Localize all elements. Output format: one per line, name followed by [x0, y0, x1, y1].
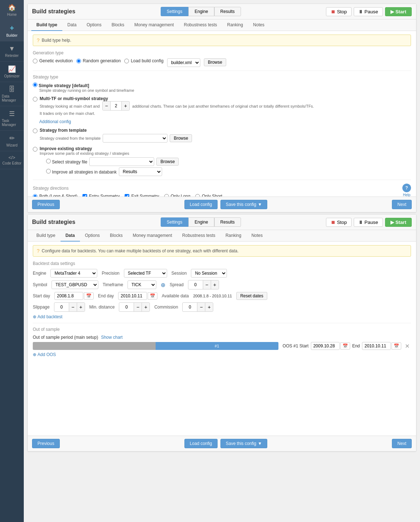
spread-input[interactable]: [188, 281, 203, 288]
add-timeframe-icon[interactable]: ⊕: [161, 282, 165, 288]
header-tab-settings-1[interactable]: Settings: [161, 7, 188, 16]
both-radio[interactable]: [33, 194, 37, 197]
tab-money-mgmt-1[interactable]: Money management: [129, 19, 179, 31]
multi-count-minus[interactable]: −: [103, 102, 111, 110]
spread-plus[interactable]: +: [211, 280, 219, 289]
save-config-button-2[interactable]: Save this config ▼: [220, 439, 268, 448]
template-strategy-label[interactable]: Strategy from template Strategy created …: [33, 128, 411, 143]
save-config-button-1[interactable]: Save this config ▼: [220, 200, 268, 209]
tab-build-type-1[interactable]: Build type: [31, 19, 62, 31]
tab-robustness-1[interactable]: Robustness tests: [179, 19, 222, 31]
start-day-input[interactable]: [54, 292, 83, 300]
multi-strategy-label[interactable]: Multi-TF or multi-symbol strategy Strate…: [33, 96, 411, 116]
header-tab-results-1[interactable]: Results: [214, 7, 241, 16]
load-config-select[interactable]: builder.xml: [167, 58, 200, 67]
exit-sym-checkbox[interactable]: [125, 194, 129, 197]
help-button-1[interactable]: ?: [402, 184, 411, 192]
commission-minus[interactable]: −: [197, 303, 205, 311]
pause-button-1[interactable]: ⏸ Pause: [354, 7, 383, 16]
commission-input[interactable]: [183, 303, 197, 311]
databank-select[interactable]: Results: [119, 167, 162, 176]
timeframe-select[interactable]: TICK: [128, 280, 156, 289]
simple-radio[interactable]: [33, 82, 37, 87]
improve-all-radio[interactable]: [46, 169, 51, 174]
spread-minus[interactable]: −: [203, 280, 211, 289]
symbol-select[interactable]: TEST_GBPUSD: [52, 280, 98, 289]
commission-plus[interactable]: +: [205, 303, 213, 311]
oos-show-chart-link[interactable]: Show chart: [101, 335, 122, 340]
tab-money-mgmt-2[interactable]: Money management: [128, 230, 177, 242]
improve-all-label[interactable]: Improve all strategies in databank: [46, 169, 117, 175]
sidebar-item-wizard[interactable]: ✏ Wizard: [0, 131, 24, 151]
browse-template-btn[interactable]: Browse: [170, 134, 192, 142]
slippage-minus[interactable]: −: [69, 303, 77, 311]
tab-build-type-2[interactable]: Build type: [31, 230, 61, 242]
template-radio[interactable]: [33, 129, 37, 133]
next-button-2[interactable]: Next: [392, 439, 412, 448]
oos-close-button[interactable]: ✕: [403, 343, 411, 350]
pause-button-2[interactable]: ⏸ Pause: [354, 218, 383, 227]
browse-strategy-btn[interactable]: Browse: [156, 158, 179, 166]
tab-notes-1[interactable]: Notes: [248, 19, 269, 31]
header-tab-engine-2[interactable]: Engine: [188, 217, 214, 227]
random-radio[interactable]: [76, 59, 81, 63]
entry-sym-label[interactable]: Entry Symmetry: [82, 194, 120, 197]
tab-options-2[interactable]: Options: [80, 230, 105, 242]
load-radio[interactable]: [124, 59, 129, 63]
oos-end-input[interactable]: [362, 342, 391, 350]
sidebar-item-data-manager[interactable]: 🗄 Data Manager: [0, 82, 24, 106]
stop-button-2[interactable]: ⏹ Stop: [326, 218, 351, 227]
sidebar-item-task-manager[interactable]: ☰ Task Manager: [0, 106, 24, 131]
oos-start-input[interactable]: [311, 342, 340, 350]
tab-robustness-2[interactable]: Robustness tests: [177, 230, 220, 242]
genetic-label[interactable]: Genetic evolution: [33, 58, 73, 63]
sidebar-item-retester[interactable]: ▼ Retester: [0, 41, 24, 62]
tab-data-1[interactable]: Data: [62, 19, 81, 31]
select-file-radio[interactable]: [46, 159, 51, 163]
oos-start-calendar[interactable]: 📅: [340, 342, 350, 350]
start-button-1[interactable]: ▶ Start: [385, 7, 412, 16]
oos-end-calendar[interactable]: 📅: [392, 342, 401, 350]
header-tab-settings-2[interactable]: Settings: [161, 217, 188, 227]
tab-options-1[interactable]: Options: [81, 19, 106, 31]
load-label[interactable]: Load build config: [124, 58, 164, 63]
genetic-radio[interactable]: [33, 59, 37, 63]
start-day-calendar[interactable]: 📅: [84, 292, 94, 300]
tab-notes-2[interactable]: Notes: [246, 230, 268, 242]
reset-dates-button[interactable]: Reset dates: [236, 292, 267, 300]
multi-count-plus[interactable]: +: [121, 102, 129, 110]
sidebar-item-home[interactable]: 🏠 Home: [0, 0, 24, 21]
sidebar-item-builder[interactable]: + Builder: [0, 21, 24, 41]
add-oos-link[interactable]: ⊕ Add OOS: [33, 352, 411, 357]
min-distance-plus[interactable]: +: [142, 303, 149, 311]
engine-select[interactable]: MetaTrader 4: [50, 269, 97, 278]
both-label[interactable]: Both (Long & Short): [33, 194, 77, 197]
entry-sym-checkbox[interactable]: [82, 194, 87, 197]
session-select[interactable]: No Session: [191, 269, 227, 278]
load-config-button-2[interactable]: Load config: [184, 439, 218, 448]
end-day-calendar[interactable]: 📅: [148, 292, 157, 300]
exit-sym-label[interactable]: Exit Symmetry: [125, 194, 159, 197]
improve-strategy-label[interactable]: Improve existing strategy Improve some p…: [33, 146, 411, 176]
browse-button-1[interactable]: Browse: [204, 58, 226, 66]
only-short-radio[interactable]: [195, 194, 200, 197]
sidebar-item-optimizer[interactable]: 📈 Optimizer: [0, 62, 24, 82]
tab-ranking-1[interactable]: Ranking: [222, 19, 248, 31]
sidebar-item-code-editor[interactable]: </> Code Editor: [0, 151, 24, 169]
tab-data-2[interactable]: Data: [61, 230, 80, 242]
precision-select[interactable]: Selected TF: [124, 269, 167, 278]
min-distance-minus[interactable]: −: [134, 303, 142, 311]
only-short-label[interactable]: Only Short: [195, 194, 222, 197]
header-tab-results-2[interactable]: Results: [214, 217, 241, 227]
start-button-2[interactable]: ▶ Start: [385, 218, 412, 227]
template-select[interactable]: [103, 134, 167, 143]
min-distance-input[interactable]: [119, 303, 134, 311]
select-file-label[interactable]: Select strategy file: [46, 159, 87, 165]
end-day-input[interactable]: [118, 292, 147, 300]
tab-blocks-2[interactable]: Blocks: [105, 230, 128, 242]
slippage-input[interactable]: [54, 303, 69, 311]
load-config-button-1[interactable]: Load config: [184, 200, 218, 209]
multi-radio[interactable]: [33, 97, 37, 102]
only-long-radio[interactable]: [164, 194, 169, 197]
header-tab-engine-1[interactable]: Engine: [188, 7, 214, 16]
